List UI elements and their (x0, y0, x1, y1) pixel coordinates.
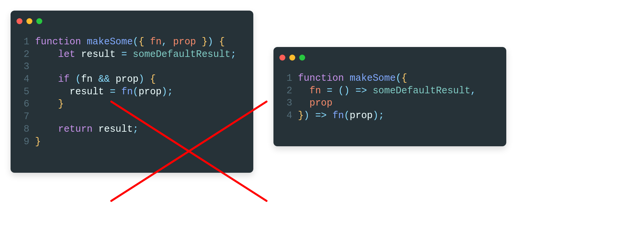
code-token (167, 36, 173, 47)
line-number: 3 (281, 97, 292, 110)
code-token: ; (378, 110, 384, 121)
code-token (35, 124, 58, 135)
code-token: prop (309, 98, 333, 109)
code-token: } (35, 136, 41, 147)
code-token: ; (231, 49, 236, 60)
code-token (92, 74, 98, 85)
stage: 1function makeSome({ fn, prop }) {2 let … (0, 0, 644, 229)
code-token: ( (396, 73, 401, 84)
line-number: 7 (18, 111, 29, 123)
line-number: 2 (281, 85, 292, 97)
code-token: fn (121, 86, 133, 97)
code-line: 2 fn = () => someDefaultResult, (281, 85, 496, 97)
code-token: { (219, 36, 225, 47)
code-token: let (58, 49, 75, 60)
close-icon[interactable] (279, 55, 285, 61)
code-token (104, 86, 110, 97)
code-token: someDefaultResult (373, 85, 470, 96)
code-token: , (470, 85, 476, 96)
code-token: , (161, 36, 167, 47)
code-token: () (338, 85, 350, 96)
line-number: 3 (18, 61, 29, 73)
code-line: 4 if (fn && prop) { (18, 73, 243, 86)
code-token: result (70, 86, 104, 97)
code-line: 4}) => fn(prop); (281, 110, 496, 122)
code-line: 8 return result; (18, 123, 243, 136)
code-token (196, 36, 202, 47)
code-token (144, 36, 150, 47)
code-token: fn (81, 74, 92, 85)
code-token: ) (373, 110, 378, 121)
code-token: && (98, 74, 110, 85)
line-number: 4 (18, 73, 29, 86)
window-titlebar (11, 11, 253, 28)
code-token (333, 85, 338, 96)
code-token (350, 85, 355, 96)
code-token (344, 73, 349, 84)
code-token: { (138, 36, 144, 47)
line-number: 6 (18, 98, 29, 111)
code-token: ) (139, 74, 144, 85)
code-token: function (35, 36, 81, 47)
code-token (35, 49, 58, 60)
code-token: fn (150, 36, 161, 47)
code-token (127, 49, 133, 60)
code-token: ) (304, 110, 309, 121)
code-token: prop (350, 110, 373, 121)
code-token (116, 86, 121, 97)
line-number: 4 (281, 110, 292, 122)
code-token (35, 74, 58, 85)
code-line: 5 result = fn(prop); (18, 86, 243, 98)
code-token: prop (116, 74, 139, 85)
code-token: ) (207, 36, 213, 47)
line-number: 1 (281, 72, 292, 85)
minimize-icon[interactable] (289, 55, 295, 61)
code-token: if (58, 74, 70, 85)
code-token (35, 99, 58, 110)
zoom-icon[interactable] (299, 55, 305, 61)
code-token: return (58, 124, 92, 135)
code-token: ) (161, 86, 167, 97)
minimize-icon[interactable] (26, 18, 32, 24)
code-line: 9} (18, 136, 243, 148)
zoom-icon[interactable] (36, 18, 42, 24)
code-token: => (355, 85, 367, 96)
close-icon[interactable] (17, 18, 22, 24)
code-token: ; (167, 86, 173, 97)
code-line: 6 } (18, 98, 243, 111)
code-line: 3 (18, 61, 243, 73)
code-token: ( (133, 36, 138, 47)
code-token: = (110, 86, 115, 97)
code-token: result (98, 124, 133, 135)
code-token: prop (173, 36, 196, 47)
code-token: { (150, 74, 156, 85)
code-token (144, 74, 150, 85)
code-token (70, 74, 75, 85)
code-token (309, 110, 315, 121)
line-number: 9 (18, 136, 29, 148)
code-token: someDefaultResult (133, 49, 231, 60)
code-token: prop (138, 86, 161, 97)
code-token: ( (75, 74, 81, 85)
code-token: } (298, 110, 304, 121)
code-line: 7 (18, 111, 243, 123)
code-token: } (202, 36, 207, 47)
code-token (298, 98, 309, 109)
code-token: ; (133, 124, 138, 135)
code-line: 3 prop (281, 97, 496, 110)
code-token: makeSome (350, 73, 396, 84)
code-line: 2 let result = someDefaultResult; (18, 48, 243, 61)
code-token: fn (333, 110, 344, 121)
code-token (327, 110, 332, 121)
code-token: function (298, 73, 344, 84)
code-token: makeSome (87, 36, 133, 47)
code-token (321, 85, 327, 96)
code-token (92, 124, 98, 135)
code-block-left: 1function makeSome({ fn, prop }) {2 let … (11, 28, 253, 158)
line-number: 1 (18, 36, 29, 48)
code-token (81, 36, 87, 47)
code-line: 1function makeSome({ (281, 72, 496, 85)
code-window-left: 1function makeSome({ fn, prop }) {2 let … (11, 11, 253, 173)
code-token (298, 85, 309, 96)
code-token (110, 74, 115, 85)
